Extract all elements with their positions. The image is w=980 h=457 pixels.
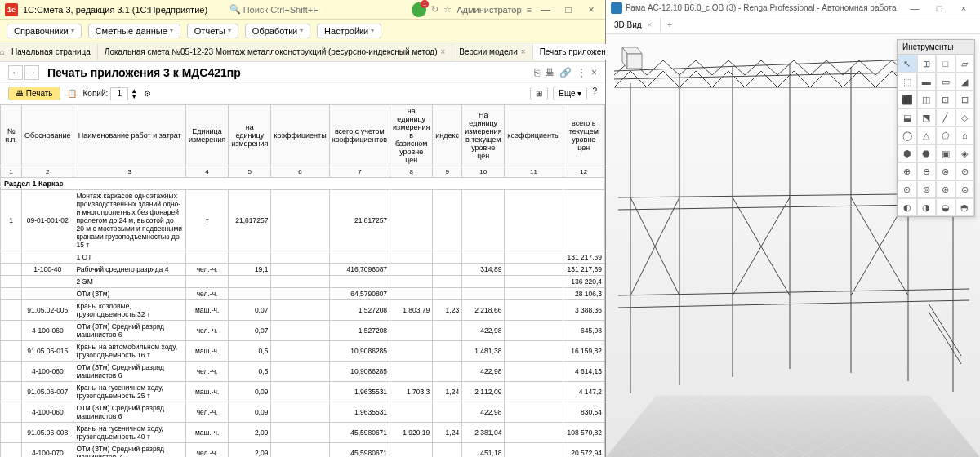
close-button[interactable]: × — [582, 2, 600, 17]
table-row[interactable]: 4-100-070ОТм (ЗТм) Средний разряд машини… — [1, 443, 605, 458]
settings-icon[interactable]: ⚙ — [144, 89, 151, 98]
link-icon[interactable]: 🔗 — [559, 67, 572, 78]
print-button[interactable]: 🖶 Печать — [8, 87, 60, 100]
table-row[interactable]: 109-01-001-02Монтаж каркасов одноэтажных… — [1, 190, 605, 251]
tab-close-icon[interactable]: × — [521, 47, 526, 56]
export-icon[interactable]: ⎘ — [534, 67, 540, 78]
tool-button[interactable]: ▱ — [956, 55, 975, 73]
tool-button[interactable]: ◇ — [956, 109, 975, 126]
menu-settings[interactable]: Настройки — [317, 24, 381, 38]
tool-button[interactable]: ⬔ — [917, 109, 937, 126]
menu-icon[interactable]: ≡ — [527, 5, 532, 15]
table-row[interactable]: 91.05.05-015Краны на автомобильном ходу,… — [1, 341, 605, 362]
tool-button[interactable]: ◓ — [956, 198, 975, 216]
table-row[interactable]: 4-100-060ОТм (ЗТм) Средний разряд машини… — [1, 321, 605, 341]
tool-button[interactable]: ⊗ — [936, 162, 956, 180]
view-cube[interactable] — [612, 41, 647, 75]
tool-button[interactable]: ⊡ — [936, 91, 956, 109]
add-tab-button[interactable]: + — [661, 18, 679, 32]
tab-close-icon[interactable]: × — [440, 47, 445, 56]
tool-button[interactable]: △ — [917, 126, 937, 144]
tool-button[interactable]: ⬚ — [898, 73, 917, 91]
more-icon[interactable]: ⋮ — [577, 67, 586, 78]
tool-button[interactable]: ◑ — [917, 198, 937, 216]
search-input[interactable] — [243, 4, 390, 15]
tool-button[interactable]: ⊟ — [956, 91, 975, 109]
tool-button[interactable]: ▣ — [936, 144, 956, 162]
tool-button[interactable]: ⬓ — [898, 109, 917, 126]
svg-line-20 — [929, 304, 961, 356]
tool-button[interactable]: ⊘ — [956, 162, 975, 180]
tool-button[interactable]: ⊞ — [917, 55, 937, 73]
nav-buttons: ← → — [8, 65, 39, 80]
tool-button[interactable]: ⊜ — [956, 180, 975, 198]
table-row[interactable]: 91.05.06-008Краны на гусеничном ходу, гр… — [1, 423, 605, 443]
tool-button[interactable]: ◐ — [898, 198, 917, 216]
tool-button[interactable]: ⊚ — [917, 180, 937, 198]
table-row[interactable]: 1 ОТ131 217,69 — [1, 251, 605, 264]
notifications-badge-icon[interactable] — [412, 2, 426, 17]
col-5: на единицу измерения — [229, 105, 271, 166]
minimize-button[interactable]: — — [903, 2, 926, 15]
menu-processing[interactable]: Обработки — [245, 24, 310, 38]
tool-button[interactable]: ⊛ — [936, 180, 956, 198]
print-icon[interactable]: 🖶 — [545, 67, 555, 78]
tool-button[interactable]: ⬛ — [898, 91, 917, 109]
table-row[interactable]: 4-100-060ОТм (ЗТм) Средний разряд машини… — [1, 402, 605, 423]
grid-icon[interactable]: ⊞ — [530, 87, 548, 100]
table-row[interactable]: 1-100-40Рабочий среднего разряда 4чел.-ч… — [1, 264, 605, 276]
nav-back-button[interactable]: ← — [8, 65, 23, 80]
close-doc-icon[interactable]: × — [591, 67, 597, 78]
estimate-table[interactable]: № п.п. Обоснование Наименование работ и … — [0, 104, 605, 457]
tool-button[interactable]: ▭ — [936, 73, 956, 91]
tool-button[interactable]: □ — [936, 55, 956, 73]
maximize-button[interactable]: □ — [928, 2, 951, 15]
menu-references[interactable]: Справочники — [7, 24, 82, 38]
tab-3d-view[interactable]: 3D Вид × — [606, 18, 661, 32]
table-row[interactable]: 91.05.06-007Краны на гусеничном ходу, гр… — [1, 382, 605, 402]
tab-model-versions[interactable]: Версии модели× — [452, 44, 532, 60]
copies-stepper[interactable]: ▲▼ — [131, 88, 137, 100]
favorite-icon[interactable]: ☆ — [443, 4, 452, 15]
help-icon[interactable]: ? — [592, 87, 597, 100]
table-row[interactable]: 2 ЭМ136 220,4 — [1, 276, 605, 288]
tab-start[interactable]: Начальная страница — [5, 44, 98, 60]
menu-reports[interactable]: Отчеты — [187, 24, 238, 38]
tool-button[interactable]: ◫ — [917, 91, 937, 109]
col-10: На единицу измерения в текущем уровне це… — [462, 105, 505, 166]
nav-forward-button[interactable]: → — [24, 65, 39, 80]
tool-button[interactable]: ◢ — [956, 73, 975, 91]
tab-estimate[interactable]: Локальная смета №05-12-23 Монтаж металло… — [98, 44, 453, 60]
table-row[interactable]: 4-100-060ОТм (ЗТм) Средний разряд машини… — [1, 362, 605, 382]
menu-estimate-data[interactable]: Сметные данные — [88, 24, 180, 38]
3d-viewport[interactable]: Инструменты ↖⊞□▱⬚▬▭◢⬛◫⊡⊟⬓⬔╱◇◯△⬠⌂⬢⬣▣◈⊕⊖⊗⊘… — [606, 34, 980, 457]
close-button[interactable]: × — [952, 2, 975, 15]
tool-button[interactable]: ↖ — [898, 55, 917, 73]
right-actions: ⊞ Еще ▾ ? — [530, 87, 597, 100]
tool-button[interactable]: ⬣ — [917, 144, 937, 162]
maximize-button[interactable]: □ — [559, 2, 577, 17]
tool-button[interactable]: ⊙ — [898, 180, 917, 198]
tab-close-icon[interactable]: × — [647, 20, 652, 29]
table-row[interactable]: ОТм (ЗТм)чел.-ч.64,579080728 106,3 — [1, 288, 605, 300]
tool-button[interactable]: ⬢ — [898, 144, 917, 162]
search-icon: 🔍 — [229, 4, 241, 15]
col-name: Наименование работ и затрат — [74, 105, 186, 166]
tool-button[interactable]: ◯ — [898, 126, 917, 144]
history-icon[interactable]: ↻ — [431, 4, 439, 15]
tool-button[interactable]: ⌂ — [956, 126, 975, 144]
app-renga: Рама АС-12.10 В6.0_с ОВ (3) - Renga Prof… — [606, 0, 980, 457]
tool-button[interactable]: ⬠ — [936, 126, 956, 144]
tool-button[interactable]: ⊖ — [917, 162, 937, 180]
tool-button[interactable]: ◒ — [936, 198, 956, 216]
tool-button[interactable]: ▬ — [917, 73, 937, 91]
table-row[interactable]: 91.05.02-005Краны козловые, грузоподъемн… — [1, 300, 605, 321]
more-button[interactable]: Еще ▾ — [553, 87, 587, 100]
tool-button[interactable]: ⊕ — [898, 162, 917, 180]
minimize-button[interactable]: — — [537, 2, 555, 17]
tool-button[interactable]: ◈ — [956, 144, 975, 162]
user-label[interactable]: Администратор — [457, 5, 521, 15]
save-icon[interactable]: 📋 — [67, 89, 77, 98]
tool-button[interactable]: ╱ — [936, 109, 956, 126]
copies-input[interactable] — [110, 87, 128, 100]
